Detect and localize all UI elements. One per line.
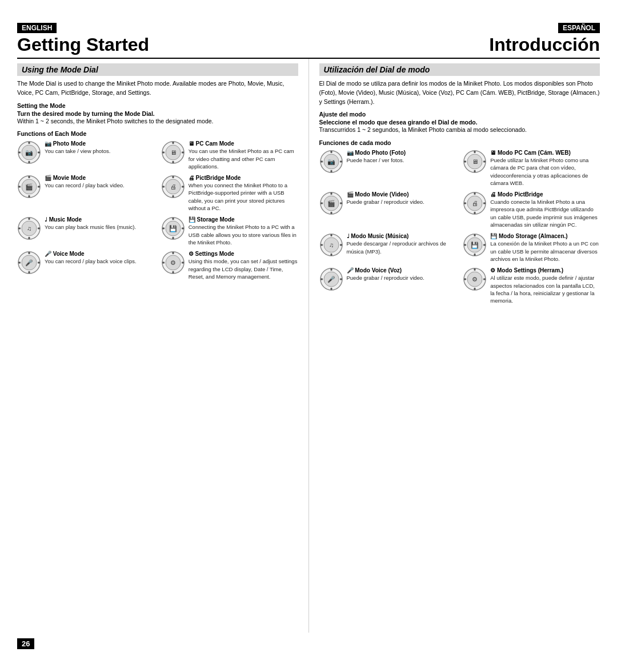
- svg-text:⚙: ⚙: [472, 276, 478, 283]
- mode-item: 🎤 🎤 Voice ModeYou can record / play back…: [17, 251, 154, 280]
- svg-text:🖨: 🖨: [170, 183, 176, 190]
- main-title-en: Getting Started: [17, 34, 149, 55]
- mode-text: 🖥 Modo PC Cam (Cám. WEB)Puede utilizar l…: [490, 150, 600, 187]
- svg-rect-53: [162, 262, 165, 264]
- mode-text: ⚙ Modo Settings (Herram.)Al utilizar est…: [490, 267, 600, 304]
- mode-desc: Puede descargar / reproducir archivos de…: [347, 240, 456, 255]
- svg-text:📷: 📷: [25, 148, 33, 156]
- mode-item: 📷 📷 Modo Photo (Foto)Puede hacer / ver f…: [319, 150, 456, 187]
- mode-title: 🖥 PC Cam Mode: [189, 140, 298, 147]
- svg-rect-101: [330, 288, 332, 290]
- mode-title: ⚙ Settings Mode: [189, 251, 298, 257]
- svg-rect-87: [330, 253, 332, 256]
- mode-item: ♫ ♩ Modo Music (Música)Puede descargar /…: [319, 233, 456, 263]
- svg-rect-5: [38, 152, 40, 154]
- turn-heading-es: Seleccione el modo que desea girando el …: [319, 119, 600, 126]
- svg-rect-75: [340, 203, 342, 204]
- photo-mode-icon: 📷: [17, 140, 41, 164]
- page-number: 26: [17, 638, 34, 649]
- mode-title: 🎤 Modo Voice (Voz): [347, 267, 456, 273]
- svg-rect-10: [172, 161, 174, 163]
- svg-rect-59: [330, 170, 332, 172]
- mode-desc: You can use the Miniket Photo as a PC ca…: [189, 147, 298, 170]
- mode-item: 🖥 🖥 Modo PC Cam (Cám. WEB)Puede utilizar…: [463, 150, 600, 187]
- svg-rect-46: [18, 262, 21, 264]
- svg-rect-4: [18, 152, 21, 154]
- functions-heading-es: Funciones de cada modo: [319, 139, 600, 146]
- mode-desc: When you connect the Miniket Photo to a …: [189, 182, 298, 212]
- svg-rect-109: [464, 279, 466, 280]
- mode-text: 🖥 PC Cam ModeYou can use the Miniket Pho…: [189, 140, 298, 170]
- col-spanish: Utilización del Dial de modo El Dial de …: [309, 59, 600, 633]
- svg-rect-73: [330, 212, 332, 214]
- mode-text: 🖨 Modo PictBridgeCuando conecte la Minik…: [490, 191, 600, 228]
- svg-rect-3: [29, 161, 30, 163]
- svg-rect-38: [172, 237, 174, 239]
- svg-text:🖥: 🖥: [472, 158, 478, 165]
- svg-text:🎬: 🎬: [327, 199, 335, 207]
- mode-item: 🎬 🎬 Modo Movie (Video)Puede grabar / rep…: [319, 191, 456, 228]
- mode-text: 🎤 Voice ModeYou can record / play back v…: [45, 251, 154, 265]
- svg-rect-67: [464, 161, 466, 163]
- svg-rect-68: [483, 161, 486, 163]
- svg-rect-103: [340, 279, 342, 280]
- music-mode-icon: ♫: [17, 216, 41, 240]
- modes-grid-en: 📷 📷 Photo ModeYou can take / view photos…: [17, 140, 298, 280]
- mode-desc: You can take / view photos.: [45, 147, 154, 155]
- mode-text: 🎬 Movie ModeYou can record / play back v…: [45, 175, 154, 189]
- setting-mode-heading-es: Ajuste del modo: [319, 111, 600, 118]
- svg-rect-102: [320, 279, 323, 280]
- mode-desc: Using this mode, you can set / adjust se…: [189, 257, 298, 280]
- mode-text: 🎤 Modo Voice (Voz)Puede grabar / reprodu…: [347, 267, 456, 281]
- mode-item: ⚙ ⚙ Modo Settings (Herram.)Al utilizar e…: [463, 267, 600, 304]
- mode-title: 💾 Storage Mode: [189, 216, 298, 223]
- spanish-body: El Dial de modo se utiliza para definir …: [319, 79, 600, 106]
- movie-mode-icon: 🎬: [17, 175, 41, 199]
- svg-rect-12: [182, 152, 184, 154]
- svg-rect-24: [172, 195, 174, 198]
- svg-rect-81: [464, 203, 466, 204]
- turn-body-es: Transcurridos 1 ~ 2 segundos, la Miniket…: [319, 126, 600, 135]
- svg-rect-37: [172, 218, 174, 220]
- svg-text:🎬: 🎬: [25, 183, 33, 191]
- mode-title: 📷 Modo Photo (Foto): [347, 150, 456, 156]
- top-labels: ENGLISH ESPAÑOL: [17, 23, 600, 33]
- svg-rect-74: [320, 203, 323, 204]
- voice-mode-icon: 🎤: [17, 251, 41, 275]
- mode-title: 🎬 Modo Movie (Video): [347, 191, 456, 198]
- lang-badge-en: ENGLISH: [17, 23, 57, 33]
- mode-desc: Connecting the Miniket Photo to a PC wit…: [189, 223, 298, 246]
- svg-rect-93: [474, 234, 476, 236]
- svg-rect-108: [474, 288, 476, 290]
- svg-rect-86: [330, 234, 332, 236]
- svg-text:♫: ♫: [27, 225, 31, 232]
- svg-rect-44: [29, 252, 30, 254]
- functions-heading-en: Functions of Each Mode: [17, 130, 298, 137]
- svg-rect-40: [182, 228, 184, 230]
- svg-rect-23: [172, 176, 174, 178]
- settings-mode-icon: ⚙: [161, 251, 185, 275]
- mode-text: 📷 Modo Photo (Foto)Puede hacer / ver fot…: [347, 150, 456, 164]
- turn-body-en: Within 1 ~ 2 seconds, the Miniket Photo …: [17, 117, 298, 126]
- storage-mode-icon: 💾: [463, 233, 487, 257]
- svg-rect-32: [18, 228, 21, 230]
- svg-text:🖨: 🖨: [472, 200, 478, 207]
- mode-desc: Cuando conecte la Miniket Photo a una im…: [490, 198, 600, 228]
- mode-desc: Puede grabar / reproducir video.: [347, 274, 456, 281]
- mode-desc: Puede grabar / reproducir video.: [347, 198, 456, 206]
- voice-mode-icon: 🎤: [319, 267, 343, 291]
- modes-grid-es: 📷 📷 Modo Photo (Foto)Puede hacer / ver f…: [319, 150, 600, 304]
- svg-rect-25: [162, 186, 165, 188]
- mode-text: ♩ Modo Music (Música)Puede descargar / r…: [347, 233, 456, 255]
- svg-text:🎤: 🎤: [25, 259, 33, 267]
- svg-rect-89: [340, 244, 342, 246]
- svg-rect-30: [29, 218, 30, 220]
- svg-rect-18: [18, 186, 21, 188]
- mode-title: 🖨 PictBridge Mode: [189, 175, 298, 181]
- svg-rect-65: [474, 151, 476, 153]
- mode-item: 🖨 🖨 Modo PictBridgeCuando conecte la Min…: [463, 191, 600, 228]
- mode-desc: Puede utilizar la Miniket Photo como una…: [490, 156, 600, 187]
- svg-rect-80: [474, 212, 476, 214]
- svg-text:📷: 📷: [327, 158, 335, 166]
- svg-rect-58: [330, 151, 332, 153]
